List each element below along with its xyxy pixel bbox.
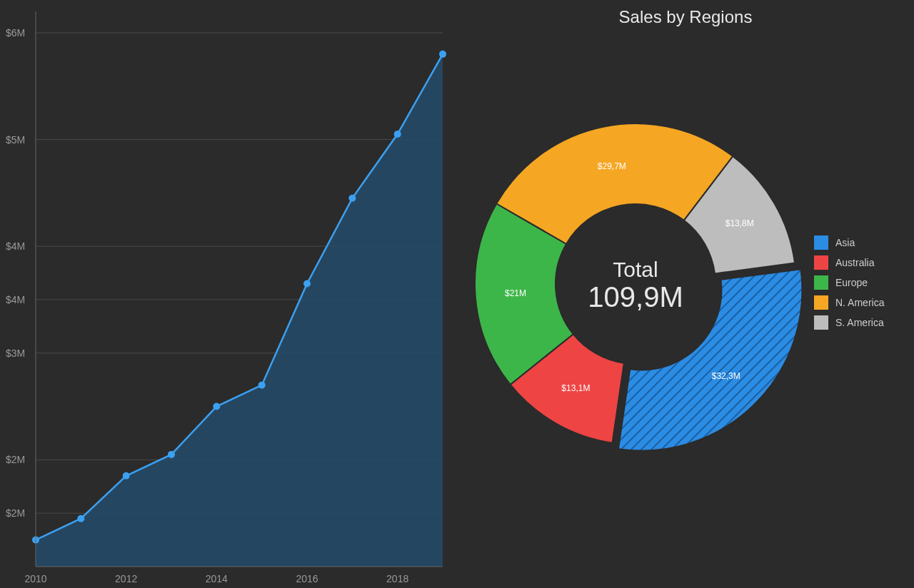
legend-label[interactable]: S. America <box>835 317 884 328</box>
legend-swatch[interactable] <box>814 295 828 310</box>
donut-center-label: Total <box>613 258 658 281</box>
slice-label: $13,8M <box>725 218 754 228</box>
data-point[interactable] <box>394 131 401 138</box>
y-tick-label: $4M <box>6 294 25 305</box>
data-point[interactable] <box>123 472 130 480</box>
legend-label[interactable]: Australia <box>835 257 875 268</box>
data-point[interactable] <box>168 451 175 458</box>
donut-title: Sales by Regions <box>457 7 914 27</box>
data-point[interactable] <box>439 51 446 58</box>
x-tick-label: 2016 <box>296 573 318 584</box>
area-fill <box>36 54 443 567</box>
data-point[interactable] <box>213 403 220 410</box>
x-tick-label: 2012 <box>115 573 137 584</box>
y-tick-label: $5M <box>6 134 25 146</box>
y-tick-label: $2M <box>6 454 25 465</box>
slice-label: $21M <box>505 288 526 298</box>
slice-label: $13,1M <box>561 383 590 393</box>
area-chart-panel: $2M$2M$3M$4M$4M$5M$6M2010201220142016201… <box>0 0 457 588</box>
data-point[interactable] <box>77 515 84 522</box>
legend-swatch[interactable] <box>814 315 828 330</box>
area-chart: $2M$2M$3M$4M$4M$5M$6M2010201220142016201… <box>0 0 457 588</box>
y-tick-label: $6M <box>6 27 25 39</box>
donut-chart: $29,7M$13,8M$32,3M$13,1M$21MTotal109,9MA… <box>457 27 914 569</box>
legend-label[interactable]: N. America <box>835 297 885 308</box>
donut-chart-panel: Sales by Regions $29,7M$13,8M$32,3M$13,1… <box>457 0 914 588</box>
y-tick-label: $2M <box>6 507 25 519</box>
slice-label: $32,3M <box>712 371 740 381</box>
x-tick-label: 2018 <box>386 573 408 584</box>
y-tick-label: $4M <box>6 240 25 252</box>
slice-label: $29,7M <box>598 161 626 171</box>
legend-swatch[interactable] <box>814 275 828 290</box>
x-tick-label: 2014 <box>206 573 228 584</box>
data-point[interactable] <box>258 382 266 389</box>
data-point[interactable] <box>303 280 311 288</box>
data-point[interactable] <box>348 195 356 202</box>
legend-swatch[interactable] <box>814 235 828 250</box>
donut-center-value: 109,9M <box>588 281 683 313</box>
y-tick-label: $3M <box>6 348 25 359</box>
legend-label[interactable]: Asia <box>835 237 855 248</box>
x-tick-label: 2010 <box>24 573 46 584</box>
legend-label[interactable]: Europe <box>835 277 868 288</box>
legend-swatch[interactable] <box>814 255 828 270</box>
